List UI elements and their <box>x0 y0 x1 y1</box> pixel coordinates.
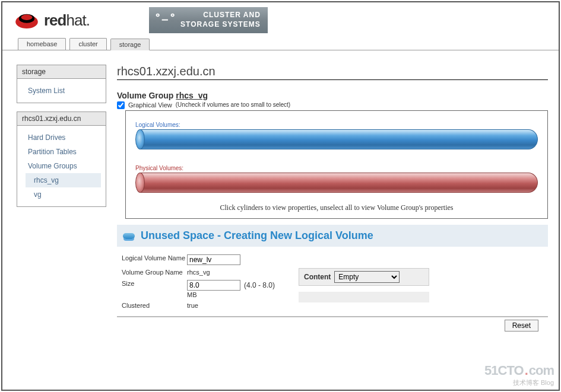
vg-name-link[interactable]: rhcs_vg <box>176 91 208 100</box>
button-bar: Reset <box>117 316 548 332</box>
cylinder-icon <box>123 233 135 239</box>
clustered-value: true <box>187 302 198 309</box>
tab-storage[interactable]: storage <box>110 39 150 50</box>
watermark: 51CTO.com 技术博客 Blog <box>484 363 554 387</box>
graphical-view-checkbox[interactable] <box>117 101 125 109</box>
sidebar-item-system-list[interactable]: System List <box>28 84 106 98</box>
size-unit: MB <box>187 291 275 298</box>
size-label: Size <box>122 280 187 288</box>
sidebar-item-rhcs-vg[interactable]: rhcs_vg <box>26 173 101 187</box>
clustered-label: Clustered <box>122 302 187 310</box>
redhat-icon <box>14 11 39 30</box>
content-label: Content <box>304 273 331 281</box>
redhat-text: redhat. <box>44 11 90 30</box>
form-area: Logical Volume Name Volume Group Name rh… <box>117 247 548 311</box>
reset-button[interactable]: Reset <box>505 320 538 332</box>
graphical-view-label: Graphical View <box>128 101 172 109</box>
grey-strip <box>299 292 429 302</box>
vg-name-value: rhcs_vg <box>187 269 210 276</box>
sidebar-title-host: rhcs01.xzxj.edu.cn <box>17 112 106 126</box>
graphical-view-box: Logical Volumes: Physical Volumes: Click… <box>125 110 548 219</box>
page-title: rhcs01.xzxj.edu.cn <box>117 65 548 80</box>
graph-hint-text: Click cylinders to view properties, unse… <box>135 203 538 212</box>
content-area: rhcs01.xzxj.edu.cn Volume Group rhcs_vg … <box>106 65 559 332</box>
content-select[interactable]: Empty <box>334 271 400 283</box>
vg-heading: Volume Group rhcs_vg <box>117 91 548 100</box>
logical-volume-cylinder[interactable] <box>135 129 538 149</box>
sidebar-item-partition-tables[interactable]: Partition Tables <box>28 145 106 159</box>
section-title: Unused Space - Creating New Logical Volu… <box>141 230 373 242</box>
tab-cluster[interactable]: cluster <box>69 38 106 50</box>
lv-name-input[interactable] <box>187 254 240 265</box>
pv-section-label: Physical Volumes: <box>135 165 538 171</box>
sidebar-box-storage: storage System List <box>17 65 106 103</box>
sidebar: storage System List rhcs01.xzxj.edu.cn H… <box>2 65 106 332</box>
section-header: Unused Space - Creating New Logical Volu… <box>117 225 548 247</box>
sidebar-title-storage: storage <box>17 65 106 79</box>
cluster-banner: ⚬⎯⚬ CLUSTER AND STORAGE SYSTEMS <box>149 7 268 33</box>
sidebar-item-vg[interactable]: vg <box>28 187 106 202</box>
sidebar-item-volume-groups[interactable]: Volume Groups <box>28 159 106 173</box>
size-input[interactable] <box>187 280 240 291</box>
lv-name-label: Logical Volume Name <box>122 254 187 262</box>
sidebar-box-host: rhcs01.xzxj.edu.cn Hard Drives Partition… <box>17 111 106 207</box>
physical-volume-cylinder[interactable] <box>135 173 538 193</box>
graphical-view-hint: (Uncheck if volumes are too small to sel… <box>176 101 290 108</box>
vg-name-label: Volume Group Name <box>122 269 187 276</box>
tab-homebase[interactable]: homebase <box>18 38 66 50</box>
svg-point-2 <box>21 15 33 20</box>
content-select-box: Content Empty <box>299 268 429 286</box>
branch-icon: ⚬⎯⚬ <box>154 9 177 22</box>
size-range: (4.0 - 8.0) <box>244 281 275 289</box>
lv-section-label: Logical Volumes: <box>135 122 538 128</box>
sidebar-item-hard-drives[interactable]: Hard Drives <box>28 130 106 145</box>
main-tabs: homebase cluster storage <box>2 33 559 50</box>
redhat-logo: redhat. <box>14 11 90 30</box>
header-logo-row: redhat. ⚬⎯⚬ CLUSTER AND STORAGE SYSTEMS <box>14 7 559 33</box>
